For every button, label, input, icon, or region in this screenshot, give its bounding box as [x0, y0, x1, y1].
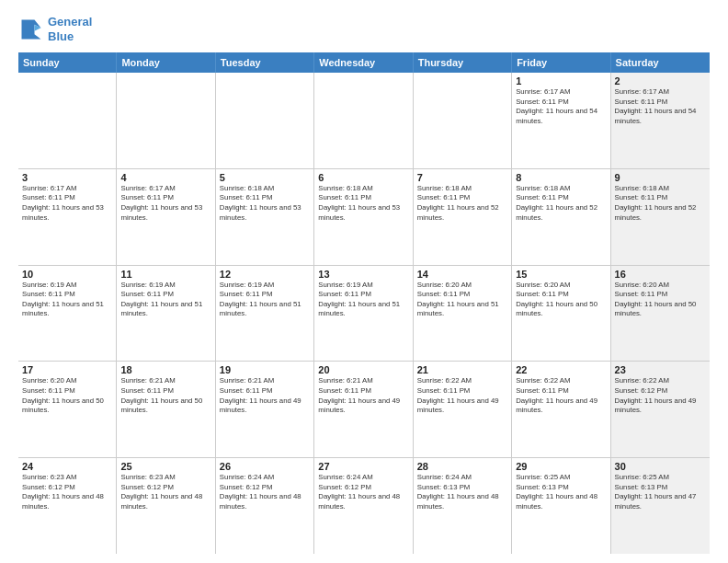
calendar-cell-14: 14Sunrise: 6:20 AM Sunset: 6:11 PM Dayli…: [414, 266, 512, 362]
day-number: 11: [120, 269, 210, 280]
cell-info: Sunrise: 6:25 AM Sunset: 6:13 PM Dayligh…: [615, 473, 706, 511]
day-number: 7: [417, 172, 507, 183]
day-number: 1: [516, 75, 606, 86]
day-number: 23: [615, 364, 706, 375]
cell-info: Sunrise: 6:19 AM Sunset: 6:11 PM Dayligh…: [120, 281, 210, 319]
day-number: 19: [220, 364, 310, 375]
calendar-row-4: 24Sunrise: 6:23 AM Sunset: 6:12 PM Dayli…: [18, 458, 710, 554]
calendar-cell-5: 5Sunrise: 6:18 AM Sunset: 6:11 PM Daylig…: [216, 169, 314, 265]
day-number: 14: [417, 269, 507, 280]
calendar-cell-28: 28Sunrise: 6:24 AM Sunset: 6:13 PM Dayli…: [414, 458, 512, 554]
calendar-cell-23: 23Sunrise: 6:22 AM Sunset: 6:12 PM Dayli…: [611, 362, 710, 457]
cell-info: Sunrise: 6:19 AM Sunset: 6:11 PM Dayligh…: [22, 281, 112, 319]
logo-icon: [18, 17, 44, 42]
calendar-cell-12: 12Sunrise: 6:19 AM Sunset: 6:11 PM Dayli…: [216, 266, 314, 362]
cell-info: Sunrise: 6:17 AM Sunset: 6:11 PM Dayligh…: [516, 87, 606, 126]
calendar-cell-11: 11Sunrise: 6:19 AM Sunset: 6:11 PM Dayli…: [117, 266, 215, 362]
calendar-cell-21: 21Sunrise: 6:22 AM Sunset: 6:11 PM Dayli…: [414, 362, 512, 457]
day-number: 15: [516, 269, 606, 280]
cell-info: Sunrise: 6:18 AM Sunset: 6:11 PM Dayligh…: [220, 184, 310, 223]
day-number: 18: [120, 364, 210, 375]
calendar-cell-15: 15Sunrise: 6:20 AM Sunset: 6:11 PM Dayli…: [512, 266, 610, 362]
cell-info: Sunrise: 6:24 AM Sunset: 6:12 PM Dayligh…: [220, 473, 310, 511]
calendar-cell-16: 16Sunrise: 6:20 AM Sunset: 6:11 PM Dayli…: [611, 266, 710, 362]
header: General Blue: [18, 15, 710, 43]
calendar-cell-18: 18Sunrise: 6:21 AM Sunset: 6:11 PM Dayli…: [117, 362, 215, 457]
cell-info: Sunrise: 6:20 AM Sunset: 6:11 PM Dayligh…: [417, 281, 507, 319]
cell-info: Sunrise: 6:18 AM Sunset: 6:11 PM Dayligh…: [516, 184, 606, 223]
calendar-row-3: 17Sunrise: 6:20 AM Sunset: 6:11 PM Dayli…: [18, 362, 710, 458]
header-day-friday: Friday: [512, 52, 610, 73]
day-number: 29: [516, 461, 606, 472]
cell-info: Sunrise: 6:24 AM Sunset: 6:12 PM Dayligh…: [318, 473, 408, 511]
cell-info: Sunrise: 6:18 AM Sunset: 6:11 PM Dayligh…: [615, 184, 706, 223]
cell-info: Sunrise: 6:23 AM Sunset: 6:12 PM Dayligh…: [120, 473, 210, 511]
day-number: 17: [22, 364, 112, 375]
day-number: 4: [120, 172, 210, 183]
calendar-cell-empty-0-2: [216, 73, 314, 168]
calendar-body: 1Sunrise: 6:17 AM Sunset: 6:11 PM Daylig…: [18, 73, 710, 554]
cell-info: Sunrise: 6:18 AM Sunset: 6:11 PM Dayligh…: [417, 184, 507, 223]
calendar-cell-26: 26Sunrise: 6:24 AM Sunset: 6:12 PM Dayli…: [216, 458, 314, 554]
day-number: 2: [615, 75, 706, 86]
day-number: 20: [318, 364, 408, 375]
day-number: 26: [220, 461, 310, 472]
cell-info: Sunrise: 6:17 AM Sunset: 6:11 PM Dayligh…: [22, 184, 112, 223]
cell-info: Sunrise: 6:22 AM Sunset: 6:11 PM Dayligh…: [516, 376, 606, 415]
header-day-tuesday: Tuesday: [216, 52, 314, 73]
cell-info: Sunrise: 6:20 AM Sunset: 6:11 PM Dayligh…: [615, 281, 706, 319]
cell-info: Sunrise: 6:18 AM Sunset: 6:11 PM Dayligh…: [318, 184, 408, 223]
day-number: 10: [22, 269, 112, 280]
calendar-cell-22: 22Sunrise: 6:22 AM Sunset: 6:11 PM Dayli…: [512, 362, 610, 457]
header-day-thursday: Thursday: [414, 52, 512, 73]
svg-marker-0: [22, 19, 41, 39]
cell-info: Sunrise: 6:20 AM Sunset: 6:11 PM Dayligh…: [22, 376, 112, 415]
day-number: 27: [318, 461, 408, 472]
logo: General Blue: [18, 15, 92, 43]
logo-text: General Blue: [48, 15, 92, 43]
calendar-cell-empty-0-0: [18, 73, 117, 168]
calendar-cell-empty-0-3: [314, 73, 413, 168]
day-number: 16: [615, 269, 706, 280]
cell-info: Sunrise: 6:23 AM Sunset: 6:12 PM Dayligh…: [22, 473, 112, 511]
day-number: 12: [220, 269, 310, 280]
day-number: 22: [516, 364, 606, 375]
calendar-cell-25: 25Sunrise: 6:23 AM Sunset: 6:12 PM Dayli…: [117, 458, 215, 554]
calendar-cell-13: 13Sunrise: 6:19 AM Sunset: 6:11 PM Dayli…: [314, 266, 413, 362]
cell-info: Sunrise: 6:20 AM Sunset: 6:11 PM Dayligh…: [516, 281, 606, 319]
calendar: SundayMondayTuesdayWednesdayThursdayFrid…: [18, 52, 710, 554]
calendar-cell-9: 9Sunrise: 6:18 AM Sunset: 6:11 PM Daylig…: [611, 169, 710, 265]
day-number: 30: [615, 461, 706, 472]
cell-info: Sunrise: 6:21 AM Sunset: 6:11 PM Dayligh…: [220, 376, 310, 415]
day-number: 9: [615, 172, 706, 183]
calendar-cell-3: 3Sunrise: 6:17 AM Sunset: 6:11 PM Daylig…: [18, 169, 117, 265]
calendar-cell-8: 8Sunrise: 6:18 AM Sunset: 6:11 PM Daylig…: [512, 169, 610, 265]
calendar-cell-30: 30Sunrise: 6:25 AM Sunset: 6:13 PM Dayli…: [611, 458, 710, 554]
cell-info: Sunrise: 6:21 AM Sunset: 6:11 PM Dayligh…: [120, 376, 210, 415]
header-day-saturday: Saturday: [611, 52, 710, 73]
day-number: 3: [22, 172, 112, 183]
calendar-cell-6: 6Sunrise: 6:18 AM Sunset: 6:11 PM Daylig…: [314, 169, 413, 265]
calendar-cell-24: 24Sunrise: 6:23 AM Sunset: 6:12 PM Dayli…: [18, 458, 117, 554]
cell-info: Sunrise: 6:25 AM Sunset: 6:13 PM Dayligh…: [516, 473, 606, 511]
day-number: 25: [120, 461, 210, 472]
cell-info: Sunrise: 6:17 AM Sunset: 6:11 PM Dayligh…: [615, 87, 706, 126]
cell-info: Sunrise: 6:22 AM Sunset: 6:11 PM Dayligh…: [417, 376, 507, 415]
header-day-sunday: Sunday: [18, 52, 117, 73]
header-day-wednesday: Wednesday: [314, 52, 413, 73]
calendar-cell-empty-0-1: [117, 73, 215, 168]
calendar-cell-27: 27Sunrise: 6:24 AM Sunset: 6:12 PM Dayli…: [314, 458, 413, 554]
day-number: 8: [516, 172, 606, 183]
day-number: 13: [318, 269, 408, 280]
calendar-cell-10: 10Sunrise: 6:19 AM Sunset: 6:11 PM Dayli…: [18, 266, 117, 362]
calendar-row-2: 10Sunrise: 6:19 AM Sunset: 6:11 PM Dayli…: [18, 266, 710, 362]
day-number: 28: [417, 461, 507, 472]
cell-info: Sunrise: 6:22 AM Sunset: 6:12 PM Dayligh…: [615, 376, 706, 415]
day-number: 5: [220, 172, 310, 183]
calendar-cell-20: 20Sunrise: 6:21 AM Sunset: 6:11 PM Dayli…: [314, 362, 413, 457]
calendar-cell-4: 4Sunrise: 6:17 AM Sunset: 6:11 PM Daylig…: [117, 169, 215, 265]
calendar-cell-17: 17Sunrise: 6:20 AM Sunset: 6:11 PM Dayli…: [18, 362, 117, 457]
cell-info: Sunrise: 6:17 AM Sunset: 6:11 PM Dayligh…: [120, 184, 210, 223]
calendar-cell-1: 1Sunrise: 6:17 AM Sunset: 6:11 PM Daylig…: [512, 73, 610, 168]
calendar-header: SundayMondayTuesdayWednesdayThursdayFrid…: [18, 52, 710, 73]
